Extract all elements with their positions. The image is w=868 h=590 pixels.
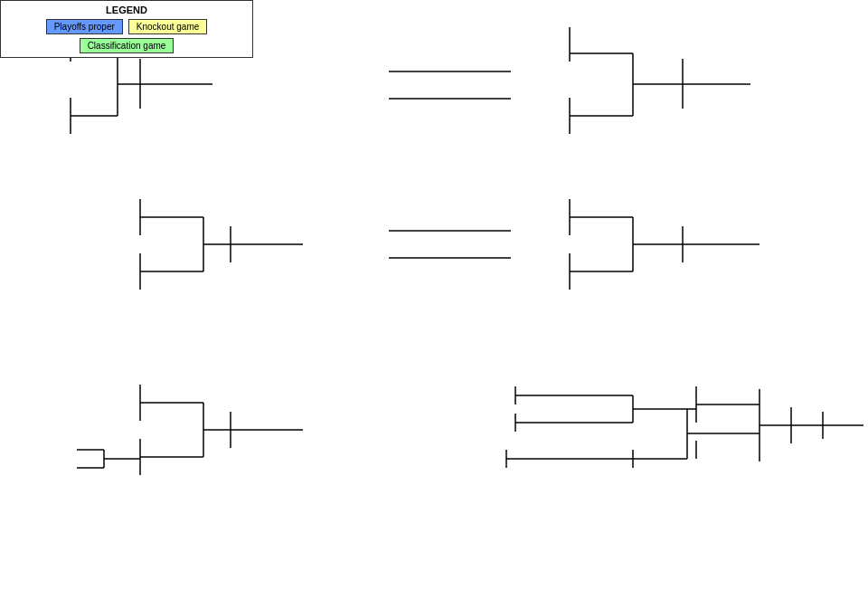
legend-classification: Classification game xyxy=(80,38,175,53)
legend-title: LEGEND xyxy=(8,5,245,15)
legend-row-2: Classification game xyxy=(8,38,245,53)
bracket-container: FINAL FOUR #2 &#3 twice to beat FINALS B… xyxy=(0,0,868,590)
legend-row-1: Playoffs proper Knockout game xyxy=(8,19,245,34)
legend-box: LEGEND Playoffs proper Knockout game Cla… xyxy=(0,0,253,58)
legend-knockout: Knockout game xyxy=(128,19,208,34)
bracket-lines xyxy=(0,0,868,590)
legend-playoffs: Playoffs proper xyxy=(46,19,123,34)
